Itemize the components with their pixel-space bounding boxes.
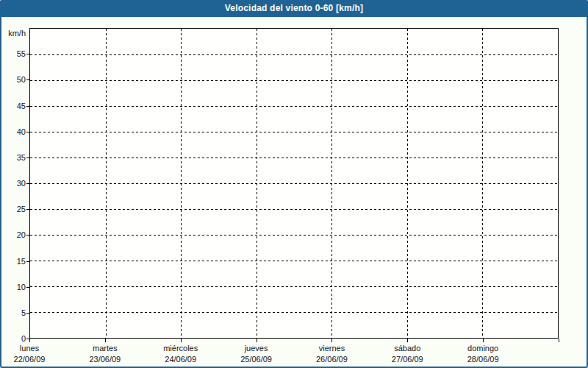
x-tick-day-label: sábado: [367, 343, 448, 353]
x-tick-day-label: viernes: [291, 343, 372, 353]
x-tick-day-label: lunes: [0, 343, 70, 353]
y-gridline: [30, 286, 558, 287]
y-tick-label: 55: [0, 49, 26, 59]
y-gridline: [30, 80, 558, 81]
y-tick-label: 15: [0, 256, 26, 266]
x-tick-date-label: 23/06/09: [65, 354, 146, 364]
y-gridline: [30, 235, 558, 236]
x-tick-day-label: jueves: [216, 343, 297, 353]
y-tick-label: 5: [0, 308, 26, 318]
y-tick-mark: [26, 261, 29, 262]
x-gridline: [257, 29, 257, 338]
y-tick-label: 25: [0, 204, 26, 214]
y-tick-label: 10: [0, 282, 26, 292]
x-tick-mark: [105, 339, 106, 342]
y-gridline: [30, 132, 558, 132]
y-tick-label: 45: [0, 101, 26, 111]
y-tick-label: 50: [0, 74, 26, 85]
x-tick-date-label: 25/06/09: [216, 354, 297, 364]
y-tick-label: 35: [0, 152, 26, 163]
x-gridline: [181, 29, 182, 338]
x-gridline: [407, 29, 408, 338]
y-tick-mark: [26, 54, 29, 54]
x-gridline: [482, 29, 483, 338]
y-tick-mark: [26, 79, 29, 80]
y-gridline: [30, 54, 558, 55]
wind-speed-chart-widget: Velocidad del viento 0-60 [km/h] km/h 05…: [0, 0, 588, 368]
y-tick-label: 20: [0, 230, 26, 240]
x-tick-mark: [483, 339, 484, 342]
x-tick-mark: [29, 339, 30, 342]
y-tick-mark: [26, 209, 29, 210]
x-tick-day-label: martes: [65, 343, 146, 353]
y-gridline: [30, 183, 558, 184]
x-gridline: [106, 29, 107, 338]
y-tick-label: 0: [0, 333, 26, 344]
x-tick-mark: [257, 339, 257, 342]
x-tick-day-label: miércoles: [140, 343, 221, 353]
y-tick-mark: [26, 132, 29, 132]
chart-title-bar: Velocidad del viento 0-60 [km/h]: [0, 0, 588, 17]
y-tick-mark: [26, 106, 29, 107]
x-tick-date-label: 28/06/09: [442, 354, 523, 364]
plot-area: [29, 28, 559, 339]
y-gridline: [30, 312, 558, 313]
x-tick-date-label: 27/06/09: [367, 354, 448, 364]
x-tick-date-label: 26/06/09: [291, 354, 372, 364]
y-gridline: [30, 209, 558, 210]
y-tick-mark: [26, 158, 29, 158]
y-tick-mark: [26, 287, 29, 288]
y-tick-label: 40: [0, 127, 26, 137]
x-tick-date-label: 22/06/09: [0, 354, 70, 364]
y-tick-label: 30: [0, 178, 26, 188]
x-tick-date-label: 24/06/09: [140, 354, 221, 364]
x-tick-mark: [181, 339, 182, 342]
y-tick-mark: [26, 235, 29, 236]
y-tick-mark: [26, 313, 29, 314]
x-tick-day-label: domingo: [442, 343, 523, 353]
x-tick-mark: [559, 339, 559, 342]
x-gridline: [331, 29, 332, 338]
y-axis-unit-label: km/h: [0, 29, 26, 38]
y-gridline: [30, 158, 558, 158]
x-tick-mark: [407, 339, 408, 342]
y-gridline: [30, 261, 558, 261]
y-tick-mark: [26, 183, 29, 184]
x-tick-mark: [331, 339, 332, 342]
y-gridline: [30, 106, 558, 107]
